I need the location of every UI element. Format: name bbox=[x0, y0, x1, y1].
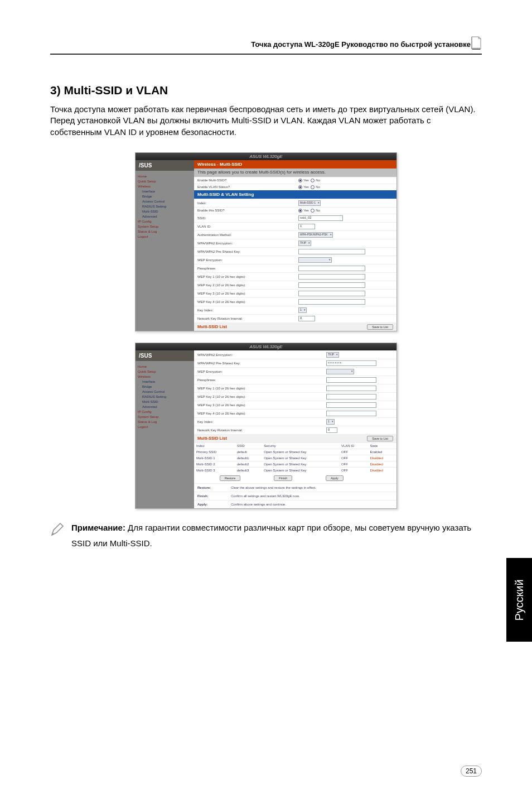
radio-yes[interactable] bbox=[298, 185, 302, 189]
nav-home[interactable]: Home bbox=[138, 364, 192, 369]
finish-button[interactable]: Finish bbox=[274, 475, 292, 481]
select-auth[interactable]: WPA-PSK/WPA2-PSK bbox=[298, 232, 333, 238]
input-wpa-psk[interactable]: •••••••• bbox=[326, 360, 376, 366]
list-title: Multi-SSID List bbox=[197, 436, 326, 441]
nav-quick-setup[interactable]: Quick Setup bbox=[138, 369, 192, 374]
section-title-settings: Multi-SSID & VLAN Setting bbox=[194, 190, 396, 199]
col-ssid: SSID bbox=[235, 442, 262, 449]
input-wep1[interactable] bbox=[298, 274, 365, 280]
select-wep-enc[interactable] bbox=[298, 257, 332, 263]
select-index[interactable]: Multi-SSID 1 bbox=[298, 200, 321, 206]
input-wep3[interactable] bbox=[326, 402, 376, 408]
label-index: Index: bbox=[197, 201, 298, 205]
nav-ip-config[interactable]: IP Config bbox=[138, 219, 192, 224]
nav-status-log[interactable]: Status & Log bbox=[138, 420, 192, 425]
radio-yes[interactable] bbox=[298, 209, 302, 213]
label-passphrase: Passphrase: bbox=[197, 378, 326, 382]
select-wpa-enc[interactable]: TKIP bbox=[298, 240, 311, 246]
nav-radius[interactable]: RADIUS Setting bbox=[138, 394, 192, 399]
input-passphrase[interactable] bbox=[326, 377, 376, 383]
nav-interface[interactable]: Interface bbox=[138, 379, 192, 384]
table-row[interactable]: Multi-SSID 1default1Open System or Share… bbox=[194, 455, 396, 461]
nav-advanced[interactable]: Advanced bbox=[138, 214, 192, 219]
label-wpa-enc: WPA/WPA2 Encryption: bbox=[197, 242, 298, 245]
screenshot-top: ASUS WL320gE /SUS Home Quick Setup Wirel… bbox=[135, 152, 397, 331]
col-vlan: VLAN ID bbox=[339, 442, 368, 449]
label-no: No bbox=[316, 209, 320, 212]
label-enable-vlan: Enable VLAN Status? bbox=[197, 185, 298, 189]
input-wep1[interactable] bbox=[326, 386, 376, 391]
input-wpa-psk[interactable] bbox=[298, 249, 365, 254]
label-wep4: WEP Key 4 (10 or 26 hex digits): bbox=[197, 300, 298, 304]
desc-restore: Clear the above settings and restore the… bbox=[228, 483, 396, 492]
label-wep2: WEP Key 2 (10 or 26 hex digits): bbox=[197, 283, 298, 287]
nav-interface[interactable]: Interface bbox=[138, 189, 192, 194]
label-wpa-psk: WPA/WPA2 Pre-Shared Key: bbox=[197, 250, 298, 253]
section-heading: 3) Multi-SSID и VLAN bbox=[50, 84, 482, 97]
apply-button[interactable]: Apply bbox=[326, 475, 344, 481]
select-key-index[interactable]: 1 bbox=[298, 307, 307, 313]
nav-status-log[interactable]: Status & Log bbox=[138, 229, 192, 234]
nav-wireless[interactable]: Wireless bbox=[138, 184, 192, 189]
nav-multi-ssid[interactable]: Multi-SSID bbox=[138, 209, 192, 214]
page-number: 251 bbox=[461, 766, 482, 777]
input-rekey[interactable]: 0 bbox=[298, 316, 315, 321]
nav-advanced[interactable]: Advanced bbox=[138, 405, 192, 410]
nav-bridge[interactable]: Bridge bbox=[138, 194, 192, 199]
input-wep4[interactable] bbox=[298, 299, 365, 305]
save-to-list-button[interactable]: Save to List bbox=[367, 324, 393, 330]
nav-system-setup[interactable]: System Setup bbox=[138, 224, 192, 229]
table-row[interactable]: Multi-SSID 2default2Open System or Share… bbox=[194, 461, 396, 467]
section-desc: This page allows you to create Multi-SSI… bbox=[194, 169, 396, 177]
nav-system-setup[interactable]: System Setup bbox=[138, 415, 192, 420]
ssid-list-table: Index SSID Security VLAN ID State Primar… bbox=[194, 442, 396, 473]
select-key-index[interactable]: 1 bbox=[326, 419, 335, 425]
select-wep-enc[interactable] bbox=[326, 369, 354, 374]
col-index: Index bbox=[194, 442, 235, 449]
label-yes: Yes bbox=[303, 185, 309, 189]
window-title: ASUS WL320gE bbox=[136, 343, 396, 350]
asus-logo: /SUS bbox=[136, 160, 194, 171]
input-ssid[interactable]: ssid_02 bbox=[298, 215, 343, 221]
label-wpa-psk: WPA/WPA2 Pre-Shared Key: bbox=[197, 362, 326, 365]
nav-logout[interactable]: Logout bbox=[138, 234, 192, 239]
radio-no[interactable] bbox=[311, 209, 315, 213]
radio-yes[interactable] bbox=[298, 179, 302, 182]
radio-no[interactable] bbox=[311, 179, 315, 182]
nav-quick-setup[interactable]: Quick Setup bbox=[138, 179, 192, 184]
col-state: State bbox=[367, 442, 396, 449]
label-no: No bbox=[316, 185, 320, 189]
input-rekey[interactable]: 0 bbox=[326, 427, 337, 433]
input-wep2[interactable] bbox=[298, 282, 365, 288]
restore-button[interactable]: Restore bbox=[220, 475, 240, 481]
label-rekey: Network Key Rotation Interval: bbox=[197, 317, 298, 320]
input-passphrase[interactable] bbox=[298, 266, 365, 271]
input-wep4[interactable] bbox=[326, 411, 376, 416]
nav-access-control[interactable]: Access Control bbox=[138, 199, 192, 204]
nav-radius[interactable]: RADIUS Setting bbox=[138, 204, 192, 209]
window-title: ASUS WL320gE bbox=[136, 153, 396, 160]
table-row[interactable]: Primary SSIDdefaultOpen System or Shared… bbox=[194, 449, 396, 455]
label-wep-enc: WEP Encryption: bbox=[197, 370, 326, 373]
list-title: Multi-SSID List bbox=[197, 324, 298, 329]
label-enable-this-ssid: Enable this SSID? bbox=[197, 209, 298, 212]
label-auth: Authentication Method: bbox=[197, 233, 298, 237]
nav-ip-config[interactable]: IP Config bbox=[138, 410, 192, 415]
radio-no[interactable] bbox=[311, 185, 315, 189]
nav-access-control[interactable]: Access Control bbox=[138, 389, 192, 394]
nav-bridge[interactable]: Bridge bbox=[138, 384, 192, 389]
input-vlan-id[interactable]: 1 bbox=[298, 224, 315, 229]
nav-wireless[interactable]: Wireless bbox=[138, 374, 192, 379]
input-wep3[interactable] bbox=[298, 291, 365, 296]
save-to-list-button[interactable]: Save to List bbox=[367, 436, 393, 441]
label-wep2: WEP Key 2 (10 or 26 hex digits): bbox=[197, 395, 326, 398]
input-wep2[interactable] bbox=[326, 394, 376, 399]
label-key-index: Key Index: bbox=[197, 420, 326, 423]
nav-multi-ssid[interactable]: Multi-SSID bbox=[138, 399, 192, 405]
select-wpa-enc[interactable]: TKIP bbox=[326, 352, 339, 358]
nav-logout[interactable]: Logout bbox=[138, 425, 192, 430]
label-yes: Yes bbox=[303, 179, 309, 182]
nav-home[interactable]: Home bbox=[138, 174, 192, 179]
table-row[interactable]: Multi-SSID 3default3Open System or Share… bbox=[194, 467, 396, 473]
label-restore: Restore: bbox=[194, 483, 228, 492]
